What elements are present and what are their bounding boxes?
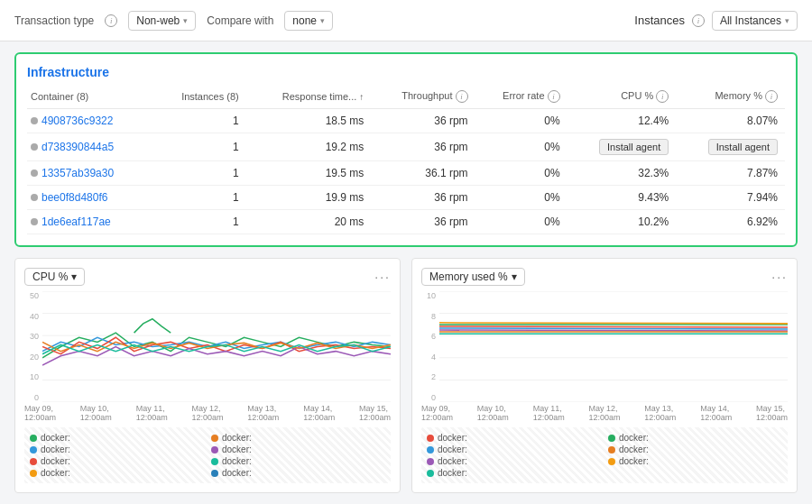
memory-cell: 6.92% [676,210,785,234]
legend-label: docker: [222,433,252,443]
status-dot-icon [31,170,38,177]
legend-dot-icon [30,446,37,454]
memory-cell[interactable]: Install agent [676,133,785,161]
memory-svg-area [439,291,788,402]
sort-arrow-icon: ↑ [359,92,364,102]
legend-label: docker: [222,444,252,454]
memory-chart-card: Memory used % ▾ ··· 1086420 [411,258,798,493]
throughput-cell: 36.1 rpm [371,161,475,186]
legend-item: docker: [211,468,385,478]
memory-chart-legend: docker:docker:docker:docker:docker:docke… [421,427,788,483]
table-row: 13357ab39a30119.5 ms36.1 rpm0%32.3%7.87% [27,161,785,186]
instance-link[interactable]: bee0f8d480f6 [42,191,107,204]
col-cpu[interactable]: CPU % i [567,87,677,109]
container-name-cell: bee0f8d480f6 [27,186,154,210]
instances-cell: 1 [154,161,246,186]
container-name-cell: 1de6eaf117ae [27,210,154,234]
instance-link[interactable]: 13357ab39a30 [42,167,114,179]
transaction-type-label: Transaction type [14,14,94,27]
col-response-time[interactable]: Response time... ↑ [246,87,372,109]
install-agent-cpu-button[interactable]: Install agent [599,139,669,155]
legend-label: docker: [438,456,467,466]
chevron-down-icon: ▾ [183,16,188,25]
status-dot-icon [31,194,38,201]
error-rate-cell: 0% [475,186,567,210]
response-time-cell: 18.5 ms [246,109,372,133]
legend-item: docker: [427,444,601,454]
col-throughput[interactable]: Throughput i [371,87,475,109]
main-content: Infrastructure Container (8) Instances (… [0,41,812,504]
legend-item: docker: [30,433,204,443]
cpu-cell[interactable]: Install agent [567,133,677,161]
error-rate-cell: 0% [475,210,567,234]
legend-item: docker: [30,456,204,466]
memory-chart-menu-icon[interactable]: ··· [771,270,788,284]
legend-label: docker: [438,433,467,443]
cpu-y-labels: 50403020100 [24,291,42,402]
cpu-cell: 12.4% [567,109,677,133]
legend-item: docker: [608,444,782,454]
legend-item: docker: [211,433,385,443]
throughput-cell: 36 rpm [371,210,475,234]
cpu-chart-legend: docker:docker:docker:docker:docker:docke… [24,427,391,483]
instance-link[interactable]: 1de6eaf117ae [42,215,111,228]
status-dot-icon [31,143,38,151]
legend-label: docker: [222,456,252,466]
memory-cell: 8.07% [676,109,785,133]
container-name-cell: 13357ab39a30 [27,161,154,186]
instances-dropdown[interactable]: All Instances ▾ [712,11,798,31]
legend-dot-icon [211,470,218,477]
instances-cell: 1 [154,109,246,133]
response-time-cell: 19.2 ms [246,133,372,161]
legend-dot-icon [211,435,218,442]
memory-cell: 7.87% [676,161,785,186]
legend-label: docker: [41,433,70,443]
instances-cell: 1 [154,210,246,234]
throughput-cell: 36 rpm [371,186,475,210]
cpu-chart-header: CPU % ▾ ··· [24,268,391,286]
compare-with-dropdown[interactable]: none ▾ [284,11,333,31]
transaction-type-info-icon[interactable]: i [105,14,117,27]
legend-label: docker: [222,468,252,478]
instance-link[interactable]: 4908736c9322 [42,115,113,127]
legend-label: docker: [41,468,70,478]
legend-item: docker: [30,444,204,454]
instances-info-icon[interactable]: i [692,14,705,27]
cpu-x-labels: May 09,12:00am May 10,12:00am May 11,12:… [24,402,391,424]
legend-dot-icon [30,458,37,465]
error-rate-cell: 0% [475,161,567,186]
memory-chart-title-button[interactable]: Memory used % ▾ [421,268,525,286]
legend-label: docker: [619,444,649,454]
cpu-info-icon[interactable]: i [656,90,669,103]
instance-link[interactable]: d738390844a5 [42,141,114,153]
cpu-chart-title-button[interactable]: CPU % ▾ [24,268,85,286]
legend-label: docker: [41,444,70,454]
status-dot-icon [31,117,38,124]
install-agent-memory-button[interactable]: Install agent [708,139,778,155]
col-error-rate[interactable]: Error rate i [475,87,567,109]
cpu-svg-area [42,291,391,402]
instances-cell: 1 [154,133,246,161]
transaction-type-dropdown[interactable]: Non-web ▾ [128,11,196,31]
error-rate-info-icon[interactable]: i [548,90,560,103]
col-memory[interactable]: Memory % i [676,87,785,109]
throughput-info-icon[interactable]: i [456,90,468,103]
table-row: d738390844a5119.2 ms36 rpm0%Install agen… [27,133,785,161]
cpu-chart-svg [42,291,391,402]
memory-info-icon[interactable]: i [765,90,778,103]
charts-row: CPU % ▾ ··· 50403020100 [14,258,798,493]
cpu-chart-menu-icon[interactable]: ··· [374,270,391,284]
legend-dot-icon [211,458,218,465]
cpu-cell: 9.43% [567,186,677,210]
cpu-cell: 32.3% [567,161,677,186]
chevron-down-icon-2: ▾ [320,16,325,25]
col-instances[interactable]: Instances (8) [154,87,246,109]
legend-item: docker: [427,433,601,443]
memory-y-labels: 1086420 [421,291,439,402]
legend-dot-icon [608,435,615,442]
infrastructure-card: Infrastructure Container (8) Instances (… [14,52,798,247]
legend-label: docker: [619,456,649,466]
legend-item: docker: [427,456,601,466]
container-name-cell: d738390844a5 [27,133,154,161]
status-dot-icon [31,218,38,225]
